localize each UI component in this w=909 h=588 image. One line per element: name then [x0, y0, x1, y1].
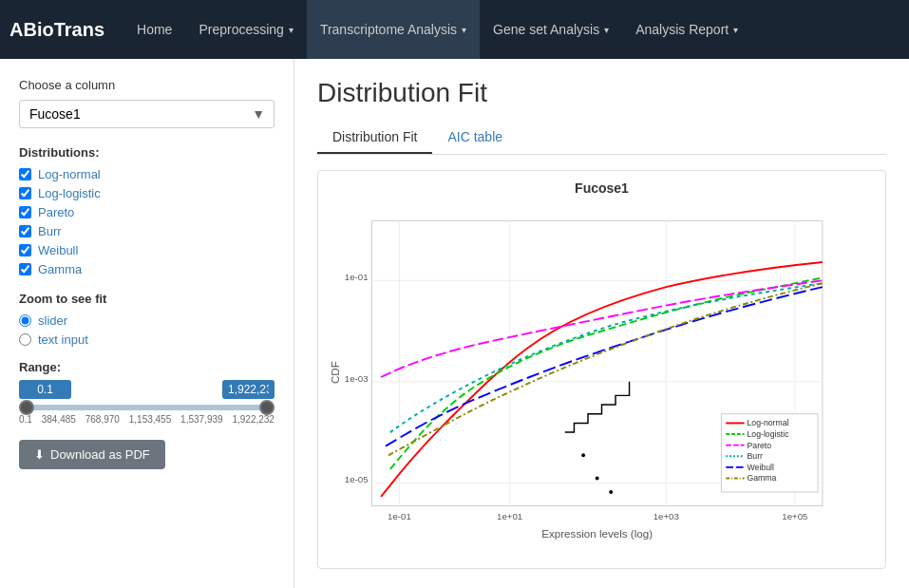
svg-text:Burr: Burr	[747, 451, 763, 461]
svg-text:Gamma: Gamma	[747, 473, 776, 483]
zoom-radio-group: slider text input	[19, 313, 275, 347]
radio-text[interactable]	[19, 333, 31, 346]
zoom-label: Zoom to see fit	[19, 292, 275, 306]
navbar: ABioTrans Home Preprocessing ▾ Transcrip…	[0, 0, 909, 59]
column-select-wrapper: Fucose1 Fucose2 Fucose3 ▼	[19, 100, 275, 128]
checkbox-item-lognormal: Log-normal	[19, 167, 275, 181]
column-label: Choose a column	[19, 78, 275, 92]
checkbox-item-gamma: Gamma	[19, 262, 275, 276]
brand: ABioTrans	[9, 19, 104, 41]
nav-report[interactable]: Analysis Report ▾	[622, 0, 751, 59]
radio-item-slider: slider	[19, 313, 275, 328]
tab-distribution-fit[interactable]: Distribution Fit	[317, 122, 432, 154]
slider-handle-left[interactable]	[19, 400, 34, 415]
checkbox-item-loglogistic: Log-logistic	[19, 186, 275, 200]
nav-transcriptome[interactable]: Transcriptome Analysis ▾	[307, 0, 480, 59]
slider-handle-right[interactable]	[259, 400, 275, 415]
chevron-down-icon: ▾	[289, 25, 294, 35]
page-title: Distribution Fit	[317, 78, 886, 108]
svg-text:1e-01: 1e-01	[388, 511, 411, 522]
column-select[interactable]: Fucose1 Fucose2 Fucose3	[19, 100, 275, 128]
svg-text:1e-05: 1e-05	[345, 474, 369, 484]
distributions-label: Distributions:	[19, 145, 275, 160]
checkbox-pareto[interactable]	[19, 206, 31, 218]
chart-svg: CDF Expression levels (log) 1e-05 1e-03 …	[326, 201, 878, 553]
checkbox-item-weibull: Weibull	[19, 243, 275, 257]
svg-text:Pareto: Pareto	[747, 441, 771, 450]
nav-home[interactable]: Home	[123, 0, 185, 59]
checkbox-item-pareto: Pareto	[19, 205, 275, 219]
tab-aic-table[interactable]: AIC table	[432, 122, 518, 154]
svg-point-19	[609, 490, 613, 494]
label-weibull: Weibull	[38, 243, 78, 257]
distributions-group: Log-normal Log-logistic Pareto Burr Weib…	[19, 167, 275, 276]
label-pareto: Pareto	[38, 205, 74, 219]
svg-point-17	[581, 453, 585, 457]
checkbox-lognormal[interactable]	[19, 168, 31, 180]
svg-text:Weibull: Weibull	[747, 463, 773, 472]
checkbox-weibull[interactable]	[19, 244, 31, 256]
download-icon: ⬇	[34, 447, 45, 462]
label-lognormal: Log-normal	[38, 167, 101, 181]
tick-2: 768,970	[85, 414, 120, 425]
label-burr: Burr	[38, 224, 62, 238]
download-label: Download as PDF	[50, 447, 150, 462]
range-label: Range:	[19, 360, 275, 374]
tick-4: 1,537,939	[180, 414, 223, 425]
chevron-down-icon: ▾	[604, 25, 609, 35]
range-min-input[interactable]	[19, 380, 71, 399]
nav-geneset[interactable]: Gene set Analysis ▾	[480, 0, 622, 59]
tick-1: 384,485	[42, 414, 76, 425]
svg-text:Log-logistic: Log-logistic	[747, 429, 789, 439]
main-panel: Distribution Fit Distribution Fit AIC ta…	[294, 59, 909, 588]
range-ticks: 0.1 384,485 768,970 1,153,455 1,537,939 …	[19, 414, 275, 425]
radio-slider[interactable]	[19, 314, 31, 327]
svg-text:CDF: CDF	[329, 361, 341, 384]
svg-text:1e-01: 1e-01	[345, 272, 369, 282]
checkbox-gamma[interactable]	[19, 263, 31, 275]
tick-5: 1,922,232	[232, 414, 275, 425]
chevron-down-icon: ▾	[462, 25, 466, 35]
svg-text:1e+03: 1e+03	[653, 511, 679, 522]
brand-part1: ABio	[9, 19, 54, 40]
brand-part2: Trans	[54, 19, 104, 40]
tabs: Distribution Fit AIC table	[317, 122, 886, 155]
svg-text:1e+01: 1e+01	[497, 511, 522, 522]
label-loglogistic: Log-logistic	[38, 186, 101, 200]
svg-text:Log-normal: Log-normal	[747, 418, 788, 427]
chart-title: Fucose1	[326, 180, 878, 196]
chevron-down-icon: ▾	[733, 25, 738, 35]
svg-text:1e+05: 1e+05	[782, 511, 807, 522]
label-text-input: text input	[38, 332, 88, 347]
tick-3: 1,153,455	[129, 414, 172, 425]
sidebar: Choose a column Fucose1 Fucose2 Fucose3 …	[0, 59, 294, 588]
label-slider: slider	[38, 313, 67, 328]
radio-item-text: text input	[19, 332, 275, 347]
svg-point-18	[596, 477, 599, 481]
main-content: Choose a column Fucose1 Fucose2 Fucose3 …	[0, 59, 909, 588]
svg-text:1e-03: 1e-03	[345, 373, 369, 384]
label-gamma: Gamma	[38, 262, 82, 276]
slider-track	[19, 405, 275, 410]
chart-svg-container: CDF Expression levels (log) 1e-05 1e-03 …	[326, 201, 878, 553]
chart-area: Fucose1 CDF Expression levels (log) 1e-0…	[317, 170, 886, 569]
svg-text:Expression levels (log): Expression levels (log)	[541, 527, 653, 540]
download-pdf-button[interactable]: ⬇ Download as PDF	[19, 440, 165, 469]
range-inputs-row	[19, 380, 275, 399]
checkbox-loglogistic[interactable]	[19, 187, 31, 199]
checkbox-item-burr: Burr	[19, 224, 275, 238]
tick-0: 0.1	[19, 414, 32, 425]
nav-preprocessing[interactable]: Preprocessing ▾	[185, 0, 307, 59]
range-max-input[interactable]	[222, 380, 275, 399]
checkbox-burr[interactable]	[19, 225, 31, 237]
